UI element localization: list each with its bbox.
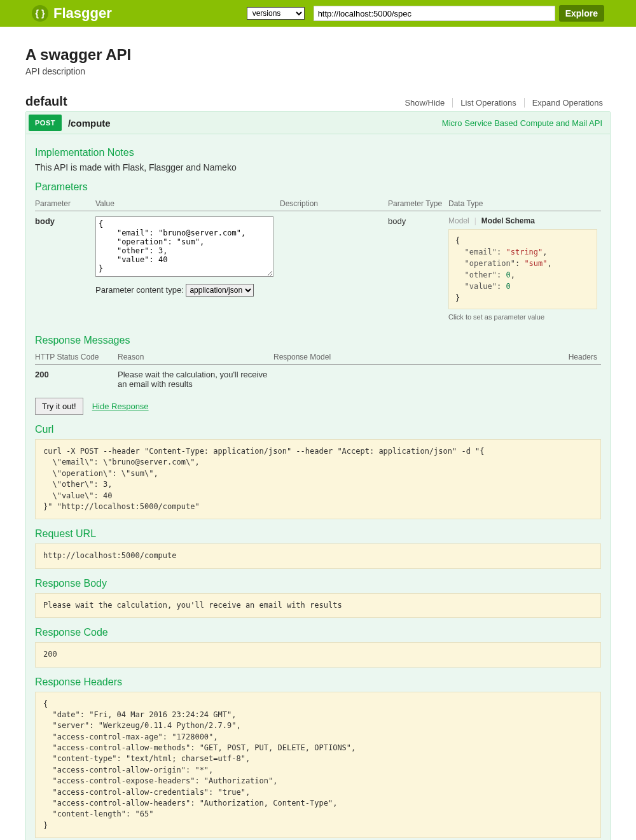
param-row: body Parameter content type: application… — [35, 211, 601, 326]
th-value: Value — [95, 197, 280, 211]
expand-operations-link[interactable]: Expand Operations — [524, 98, 611, 108]
navbar: { } Flasgger versions Explore — [0, 0, 636, 27]
response-headers-block: { "date": "Fri, 04 Mar 2016 23:24:24 GMT… — [35, 692, 601, 839]
curl-block: curl -X POST --header "Content-Type: app… — [35, 439, 601, 519]
tag-row: default Show/Hide List Operations Expand… — [25, 94, 611, 109]
spec-url-input[interactable] — [314, 6, 555, 21]
param-type-cell: body — [388, 211, 448, 326]
th-data-type: Data Type — [448, 197, 601, 211]
api-description: API description — [25, 66, 611, 76]
request-url-heading: Request URL — [35, 528, 601, 540]
curl-heading: Curl — [35, 424, 601, 435]
resp-code-cell: 200 — [35, 365, 118, 395]
implementation-notes: This API is made with Flask, Flasgger an… — [35, 162, 601, 172]
implementation-notes-heading: Implementation Notes — [35, 147, 601, 158]
response-body-block: Please wait the calculation, you'll rece… — [35, 593, 601, 618]
content-type-label: Parameter content type: — [95, 285, 184, 295]
response-messages-heading: Response Messages — [35, 335, 601, 346]
tag-name[interactable]: default — [25, 94, 67, 109]
response-code-heading: Response Code — [35, 627, 601, 638]
brand[interactable]: { } Flasgger — [32, 5, 112, 22]
param-body-textarea[interactable] — [95, 216, 273, 277]
param-name: body — [35, 211, 95, 326]
response-code-block: 200 — [35, 642, 601, 667]
explore-button[interactable]: Explore — [559, 5, 604, 22]
model-schema-tab[interactable]: Model Schema — [481, 216, 535, 225]
response-row: 200 Please wait the calculation, you'll … — [35, 365, 601, 395]
operation-block: POST /compute Micro Service Based Comput… — [25, 111, 611, 840]
brand-name: Flasgger — [53, 5, 112, 22]
th-reason: Reason — [118, 350, 273, 365]
th-http-code: HTTP Status Code — [35, 350, 118, 365]
resp-reason-cell: Please wait the calculation, you'll rece… — [118, 365, 273, 395]
show-hide-link[interactable]: Show/Hide — [397, 98, 452, 108]
list-operations-link[interactable]: List Operations — [452, 98, 523, 108]
model-tab[interactable]: Model — [448, 216, 469, 225]
response-headers-heading: Response Headers — [35, 676, 601, 688]
parameters-table: Parameter Value Description Parameter Ty… — [35, 197, 601, 326]
th-headers: Headers — [563, 350, 601, 365]
operation-summary: Micro Service Based Compute and Mail API — [442, 118, 602, 128]
operation-header[interactable]: POST /compute Micro Service Based Comput… — [26, 112, 610, 134]
response-messages-table: HTTP Status Code Reason Response Model H… — [35, 350, 601, 394]
operation-path: /compute — [68, 118, 111, 129]
response-body-heading: Response Body — [35, 578, 601, 589]
content-type-select[interactable]: application/json — [186, 284, 254, 297]
param-description — [280, 211, 388, 326]
method-badge: POST — [29, 115, 62, 131]
parameters-heading: Parameters — [35, 181, 601, 193]
hide-response-link[interactable]: Hide Response — [92, 402, 149, 411]
th-description: Description — [280, 197, 388, 211]
tag-actions: Show/Hide List Operations Expand Operati… — [397, 98, 611, 108]
th-param-type: Parameter Type — [388, 197, 448, 211]
brand-icon: { } — [32, 5, 48, 22]
request-url-block: http://localhost:5000/compute — [35, 543, 601, 568]
api-title: A swagger API — [25, 46, 611, 64]
schema-box[interactable]: { "email": "string", "operation": "sum",… — [448, 229, 597, 309]
th-response-model: Response Model — [273, 350, 563, 365]
schema-hint: Click to set as parameter value — [448, 313, 597, 321]
th-parameter: Parameter — [35, 197, 95, 211]
versions-select[interactable]: versions — [247, 7, 305, 20]
try-it-out-button[interactable]: Try it out! — [35, 398, 83, 415]
